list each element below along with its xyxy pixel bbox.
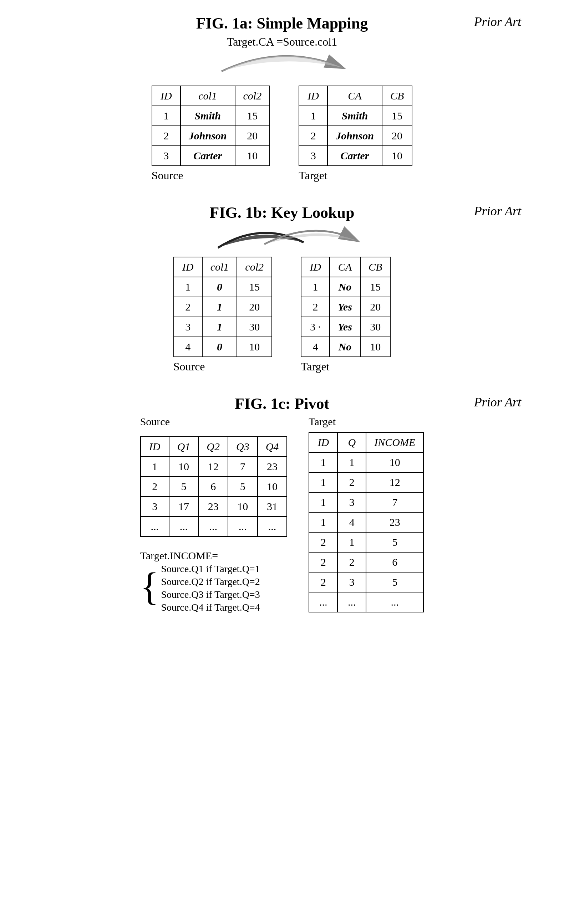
fig1a-source-label: Source — [152, 169, 183, 182]
formula-line-1: Source.Q1 if Target.Q=1 — [161, 563, 260, 574]
formula-line-2: Source.Q2 if Target.Q=2 — [161, 576, 260, 588]
cell: 23 — [199, 496, 228, 516]
cell: No — [329, 277, 360, 297]
col-id: ID — [141, 437, 169, 457]
table-row: ... ... ... ... ... — [141, 516, 287, 537]
fig1b-target-table: ID CA CB 1 No 15 2 Yes — [301, 256, 391, 357]
table-row: ... ... ... — [309, 592, 423, 612]
cell: 2 — [299, 126, 328, 146]
fig1b-tables-row: ID col1 col2 1 0 15 2 1 — [173, 256, 391, 373]
fig1a-source-col-col1: col1 — [180, 86, 235, 106]
cell: Smith — [180, 106, 235, 126]
fig1a-source-col-id: ID — [152, 86, 180, 106]
cell: 3 — [174, 317, 202, 337]
table-row: 2 Johnson 20 — [299, 126, 412, 146]
col-id: ID — [174, 257, 202, 277]
table-row: 1 No 15 — [301, 277, 390, 297]
cell: No — [329, 337, 360, 357]
cell: 31 — [257, 496, 287, 516]
table-row: 3 Carter 10 — [152, 146, 270, 166]
cell: 30 — [237, 317, 272, 337]
cell: 5 — [228, 477, 257, 496]
cell: 1 — [301, 277, 329, 297]
fig1b-source-label: Source — [173, 360, 205, 373]
cell: Johnson — [180, 126, 235, 146]
fig1a-source-col-col2: col2 — [235, 86, 270, 106]
cell: 2 — [301, 297, 329, 317]
col-q2: Q2 — [199, 437, 228, 457]
col-col2: col2 — [237, 257, 272, 277]
cell: 2 — [337, 552, 366, 572]
cell: 2 — [309, 532, 337, 552]
fig1a-section: FIG. 1a: Simple Mapping Prior Art Target… — [21, 14, 543, 182]
cell: 2 — [141, 477, 169, 496]
table-row: 1 4 23 — [309, 512, 423, 532]
fig1c-formula-box: Target.INCOME= { Source.Q1 if Target.Q=1… — [140, 550, 260, 613]
col-id: ID — [301, 257, 329, 277]
cell: 3 · — [301, 317, 329, 337]
fig1a-source-group: ID col1 col2 1 Smith 15 2 Jo — [152, 86, 270, 182]
cell: ... — [337, 592, 366, 612]
cell: 2 — [174, 297, 202, 317]
fig1b-target-group: ID CA CB 1 No 15 2 Yes — [301, 256, 391, 373]
fig1a-arrow-svg — [193, 50, 371, 78]
table-row: 2 Yes 20 — [301, 297, 390, 317]
cell: 1 — [309, 452, 337, 472]
cell: 3 — [337, 492, 366, 512]
cell: ... — [257, 516, 287, 537]
cell: 6 — [366, 552, 423, 572]
table-row: 2 3 5 — [309, 572, 423, 592]
fig1b-prior-art: Prior Art — [474, 204, 521, 219]
table-row: 1 1 10 — [309, 452, 423, 472]
cell: 1 — [309, 492, 337, 512]
table-row: 1 3 7 — [309, 492, 423, 512]
cell: 3 — [141, 496, 169, 516]
cell: 3 — [152, 146, 180, 166]
cell: 20 — [360, 297, 390, 317]
col-ca: CA — [329, 257, 360, 277]
cell: 10 — [235, 146, 270, 166]
fig1b-target-label: Target — [301, 360, 329, 373]
fig1a-target-group: ID CA CB 1 Smith 15 2 Johnso — [299, 86, 412, 182]
cell: 10 — [382, 146, 412, 166]
cell: 1 — [202, 317, 237, 337]
fig1a-source-table: ID col1 col2 1 Smith 15 2 Jo — [152, 86, 270, 166]
cell: 20 — [382, 126, 412, 146]
cell: 23 — [366, 512, 423, 532]
col-q1: Q1 — [169, 437, 199, 457]
cell: 1 — [152, 106, 180, 126]
page-container: FIG. 1a: Simple Mapping Prior Art Target… — [21, 14, 543, 613]
fig1a-tables-row: ID col1 col2 1 Smith 15 2 Jo — [152, 86, 412, 182]
table-row: 1 0 15 — [174, 277, 272, 297]
formula-brace: { — [140, 567, 159, 606]
fig1c-left: Source ID Q1 Q2 Q3 Q4 1 — [140, 416, 287, 613]
cell: 10 — [228, 496, 257, 516]
cell: 10 — [366, 452, 423, 472]
formula-title: Target.INCOME= — [140, 550, 260, 562]
cell: 20 — [237, 297, 272, 317]
fig1c-content: Source ID Q1 Q2 Q3 Q4 1 — [21, 416, 543, 613]
cell: ... — [141, 516, 169, 537]
cell: 10 — [257, 477, 287, 496]
cell: 12 — [366, 472, 423, 492]
cell: 0 — [202, 277, 237, 297]
cell: Johnson — [328, 126, 382, 146]
cell: 10 — [237, 337, 272, 357]
cell: 2 — [152, 126, 180, 146]
col-q4: Q4 — [257, 437, 287, 457]
cell: ... — [366, 592, 423, 612]
table-row: 3 Carter 10 — [299, 146, 412, 166]
cell: 17 — [169, 496, 199, 516]
fig1c-section: FIG. 1c: Pivot Prior Art Source ID Q1 Q2… — [21, 394, 543, 613]
fig1b-arrow-svg — [193, 225, 371, 253]
cell: 3 — [337, 572, 366, 592]
cell: Yes — [329, 297, 360, 317]
table-row: 1 Smith 15 — [152, 106, 270, 126]
fig1a-title: FIG. 1a: Simple Mapping — [196, 14, 368, 33]
col-income: INCOME — [366, 432, 423, 452]
cell: 3 — [299, 146, 328, 166]
table-row: 4 No 10 — [301, 337, 390, 357]
cell: Yes — [329, 317, 360, 337]
table-row: 2 2 6 — [309, 552, 423, 572]
table-row: 3 1 30 — [174, 317, 272, 337]
